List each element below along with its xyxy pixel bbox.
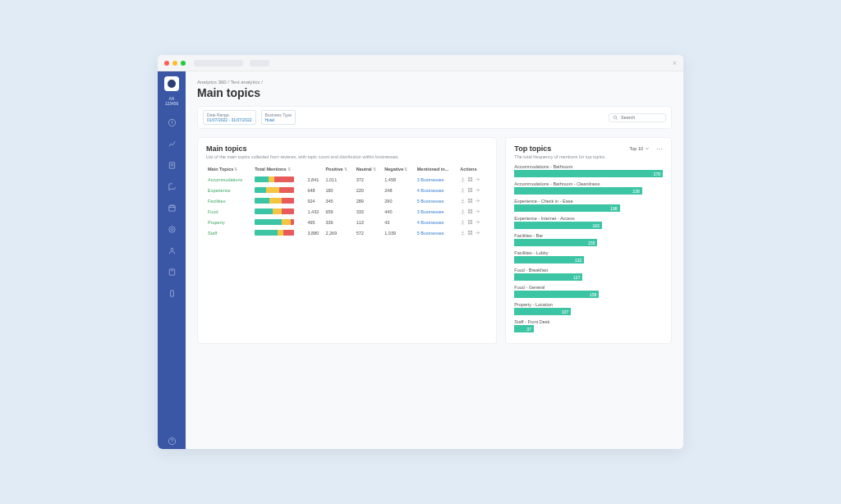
svg-rect-30	[469, 231, 471, 232]
filter-business-type[interactable]: Business Type Hotel	[261, 110, 296, 125]
download-icon[interactable]	[460, 187, 466, 193]
grid-icon[interactable]	[467, 219, 473, 225]
top-topic-item[interactable]: Accommodations - Bathroom278	[514, 164, 663, 177]
col-topic[interactable]: Main Topics⇅	[206, 164, 253, 174]
top-topics-dropdown[interactable]: Top 10	[629, 146, 650, 151]
svg-rect-33	[471, 233, 472, 235]
expand-icon[interactable]	[475, 230, 480, 236]
svg-point-4	[171, 228, 173, 231]
svg-rect-32	[469, 233, 471, 235]
top-topic-label: Food - Breakfast	[514, 268, 663, 273]
table-row[interactable]: Facilities9243452892905 Businesses	[206, 195, 488, 206]
top-topic-item[interactable]: Experience - Check in - Ease198	[514, 199, 663, 212]
cell-mentioned[interactable]: 5 Businesses	[416, 195, 459, 206]
cell-mentioned[interactable]: 4 Businesses	[416, 185, 459, 195]
filter-date-range[interactable]: Date Range 01/07/2022 - 31/07/2022	[203, 110, 256, 125]
expand-icon[interactable]	[475, 176, 480, 182]
window-close-icon[interactable]	[164, 61, 169, 66]
cell-total: 2,841	[306, 174, 324, 185]
download-icon[interactable]	[460, 230, 466, 236]
nav-mobile-icon[interactable]	[163, 285, 180, 301]
top-topic-item[interactable]: Staff - Front Desk37	[514, 319, 663, 332]
table-row[interactable]: Experience6481802202484 Businesses	[206, 185, 488, 195]
top-topic-bar: 132	[514, 256, 663, 263]
nav-analytics-icon[interactable]	[163, 135, 180, 152]
address-bar[interactable]	[194, 60, 243, 66]
top-topics-card: Top topics Top 10 ⋯ The total frequency …	[505, 137, 672, 344]
svg-rect-18	[469, 199, 471, 200]
cell-neutral: 572	[355, 227, 384, 238]
cell-negative: 440	[383, 206, 416, 217]
cell-stacked-bar	[253, 227, 306, 238]
col-mentioned[interactable]: Mentioned in...	[416, 164, 459, 174]
cell-mentioned[interactable]: 3 Businesses	[416, 206, 459, 217]
col-negative[interactable]: Negative⇅	[383, 164, 416, 174]
top-topic-item[interactable]: Food - Breakfast127	[514, 268, 663, 281]
top-topic-item[interactable]: Facilities - Lobby132	[514, 250, 663, 263]
grid-icon[interactable]	[467, 176, 473, 182]
svg-point-5	[171, 248, 173, 250]
nav-reports-icon[interactable]	[163, 157, 180, 173]
table-row[interactable]: Accommodations2,8411,0113721,4583 Busine…	[206, 174, 488, 185]
svg-rect-29	[471, 222, 472, 224]
grid-icon[interactable]	[467, 230, 473, 236]
table-row[interactable]: Food1,4326593334403 Businesses	[206, 206, 488, 217]
top-topic-item[interactable]: Facilities - Bar155	[514, 233, 663, 246]
top-topic-item[interactable]: Experience - Internet - Access163	[514, 216, 663, 229]
svg-rect-28	[469, 222, 471, 224]
svg-point-3	[168, 226, 174, 231]
window-minimize-icon[interactable]	[172, 61, 177, 66]
top-topic-item[interactable]: Food - General158	[514, 285, 663, 298]
nav-target-icon[interactable]	[163, 221, 180, 237]
top-topic-bar: 155	[514, 239, 663, 246]
search-input[interactable]	[621, 115, 662, 120]
table-row[interactable]: Staff3,8802,2695721,0395 Businesses	[206, 227, 488, 238]
cell-stacked-bar	[253, 185, 306, 195]
svg-point-9	[614, 116, 617, 119]
cell-mentioned[interactable]: 5 Businesses	[416, 227, 459, 238]
cell-total: 3,880	[306, 227, 324, 238]
expand-icon[interactable]	[475, 219, 480, 225]
svg-rect-19	[471, 199, 472, 200]
download-icon[interactable]	[460, 208, 466, 214]
nav-notes-icon[interactable]	[163, 263, 180, 280]
window-maximize-icon[interactable]	[181, 61, 186, 66]
nav-dashboard-icon[interactable]	[163, 114, 180, 131]
download-icon[interactable]	[460, 219, 466, 225]
app-logo[interactable]	[164, 76, 179, 91]
tab-close-icon[interactable]: ×	[673, 59, 677, 67]
top-topic-item[interactable]: Property - Location107	[514, 302, 663, 315]
cell-mentioned[interactable]: 4 Businesses	[416, 217, 459, 227]
col-positive[interactable]: Positive⇅	[324, 164, 354, 174]
nav-users-icon[interactable]	[163, 242, 180, 259]
col-total[interactable]: Total Mentions⇅	[253, 164, 324, 174]
expand-icon[interactable]	[475, 187, 480, 193]
cell-actions	[458, 227, 488, 238]
svg-rect-6	[169, 268, 174, 274]
nav-calendar-icon[interactable]	[163, 199, 180, 216]
download-icon[interactable]	[460, 176, 466, 182]
cell-mentioned[interactable]: 3 Businesses	[416, 174, 459, 185]
cell-topic: Staff	[206, 227, 253, 238]
breadcrumb[interactable]: Analytics 360 / Text analytics /	[197, 80, 672, 85]
table-row[interactable]: Property495339113434 Businesses	[206, 217, 488, 227]
download-icon[interactable]	[460, 198, 466, 204]
cell-positive: 2,269	[324, 227, 354, 238]
expand-icon[interactable]	[475, 198, 480, 204]
grid-icon[interactable]	[467, 198, 473, 204]
col-neutral[interactable]: Neutral⇅	[355, 164, 384, 174]
grid-icon[interactable]	[467, 208, 473, 214]
nav-help-icon[interactable]	[163, 433, 180, 449]
browser-chrome: ×	[158, 55, 683, 71]
top-topic-label: Facilities - Bar	[514, 233, 663, 238]
top-topics-more-icon[interactable]: ⋯	[656, 145, 663, 153]
top-topic-item[interactable]: Accommodations - Bathroom - Cleanliness2…	[514, 181, 663, 195]
nav-reviews-icon[interactable]	[163, 178, 180, 195]
svg-rect-22	[469, 209, 471, 211]
expand-icon[interactable]	[475, 208, 480, 214]
search-icon	[613, 115, 618, 121]
grid-icon[interactable]	[467, 187, 473, 193]
svg-rect-31	[471, 231, 472, 232]
page-title: Main topics	[197, 86, 672, 99]
search-input-wrap[interactable]	[609, 113, 666, 122]
